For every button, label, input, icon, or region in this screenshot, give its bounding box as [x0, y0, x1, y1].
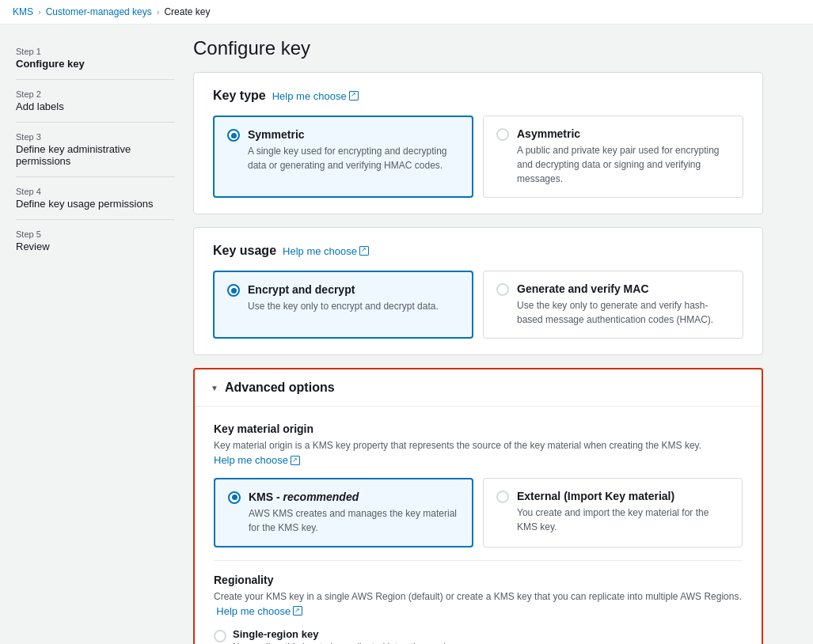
step-5-title: Review [16, 241, 174, 252]
breadcrumb-sep-2: › [157, 7, 160, 17]
step-3-label: Step 3 [16, 132, 174, 142]
page-wrapper: KMS › Customer-managed keys › Create key… [0, 0, 813, 644]
symmetric-desc: A single key used for encrypting and dec… [248, 144, 459, 172]
step-3-title: Define key administrative permissions [16, 143, 174, 167]
advanced-options-title: Advanced options [225, 381, 335, 395]
symmetric-radio[interactable] [227, 129, 240, 142]
step-1[interactable]: Step 1 Configure key [16, 37, 174, 80]
external-title: External (Import Key material) [517, 490, 729, 502]
step-4-label: Step 4 [16, 187, 174, 196]
key-material-origin-ext-icon [291, 456, 300, 465]
key-usage-ext-icon [359, 246, 369, 256]
encrypt-decrypt-title: Encrypt and decrypt [248, 283, 439, 296]
key-material-origin-desc: Key material origin is a KMS key propert… [214, 438, 743, 468]
advanced-options-header[interactable]: ▼ Advanced options [195, 369, 762, 407]
key-material-origin-help-link[interactable]: Help me choose [214, 453, 300, 468]
symmetric-option[interactable]: Symmetric A single key used for encrypti… [213, 116, 473, 198]
key-type-card: Key type Help me choose Symmetric A sing… [193, 72, 763, 214]
main-layout: Step 1 Configure key Step 2 Add labels S… [0, 25, 813, 644]
kms-recommended-desc: AWS KMS creates and manages the key mate… [249, 506, 459, 535]
encrypt-decrypt-radio[interactable] [227, 284, 240, 297]
generate-verify-mac-option[interactable]: Generate and verify MAC Use the key only… [483, 271, 743, 339]
page-title: Configure key [193, 37, 763, 59]
kms-recommended-option[interactable]: KMS - recommended AWS KMS creates and ma… [214, 478, 473, 547]
single-region-title: Single-region key [233, 628, 461, 640]
key-material-origin-title: Key material origin [214, 422, 743, 435]
key-material-origin-options: KMS - recommended AWS KMS creates and ma… [214, 478, 743, 547]
key-type-options: Symmetric A single key used for encrypti… [213, 116, 743, 198]
asymmetric-desc: A public and private key pair used for e… [517, 143, 730, 186]
key-usage-card: Key usage Help me choose Encrypt and dec… [193, 227, 763, 355]
key-type-label: Key type [213, 89, 266, 103]
generate-verify-mac-title: Generate and verify MAC [517, 282, 730, 295]
encrypt-decrypt-option[interactable]: Encrypt and decrypt Use the key only to … [213, 271, 473, 339]
asymmetric-title: Asymmetric [517, 127, 730, 140]
regionality-title: Regionality [214, 574, 743, 586]
step-2-label: Step 2 [16, 89, 174, 99]
subsection-divider [214, 560, 743, 561]
breadcrumb-sep-1: › [38, 7, 41, 17]
encrypt-decrypt-desc: Use the key only to encrypt and decrypt … [248, 299, 439, 313]
step-3[interactable]: Step 3 Define key administrative permiss… [16, 123, 174, 177]
external-option[interactable]: External (Import Key material) You creat… [483, 478, 743, 547]
breadcrumb-customer-managed-keys[interactable]: Customer-managed keys [46, 6, 152, 17]
advanced-options-section: ▼ Advanced options Key material origin K… [193, 368, 763, 644]
regionality-desc: Create your KMS key in a single AWS Regi… [214, 589, 743, 619]
key-usage-label: Key usage [213, 244, 276, 258]
step-1-title: Configure key [16, 58, 174, 70]
single-region-option[interactable]: Single-region key Never allow this key t… [214, 628, 743, 644]
step-2-title: Add labels [16, 100, 174, 112]
regionality-ext-icon [293, 606, 302, 616]
kms-recommended-radio[interactable] [228, 491, 241, 504]
breadcrumb-kms[interactable]: KMS [13, 6, 33, 17]
generate-verify-mac-radio[interactable] [496, 283, 509, 296]
generate-verify-mac-desc: Use the key only to generate and verify … [517, 298, 730, 327]
asymmetric-option[interactable]: Asymmetric A public and private key pair… [483, 116, 743, 198]
external-desc: You create and import the key material f… [517, 506, 729, 534]
step-5[interactable]: Step 5 Review [16, 220, 174, 262]
symmetric-title: Symmetric [248, 128, 459, 141]
key-usage-section-title: Key usage Help me choose [213, 244, 743, 258]
external-radio[interactable] [496, 491, 509, 503]
advanced-options-body: Key material origin Key material origin … [195, 407, 762, 644]
step-4[interactable]: Step 4 Define key usage permissions [16, 177, 174, 220]
key-type-section-title: Key type Help me choose [213, 89, 743, 103]
step-4-title: Define key usage permissions [16, 198, 174, 210]
breadcrumb: KMS › Customer-managed keys › Create key [0, 0, 813, 25]
key-type-ext-icon [349, 91, 359, 100]
step-5-label: Step 5 [16, 229, 174, 239]
key-usage-help-link[interactable]: Help me choose [283, 245, 369, 257]
step-1-label: Step 1 [16, 47, 174, 56]
single-region-radio[interactable] [214, 630, 226, 642]
key-type-help-link[interactable]: Help me choose [272, 90, 359, 102]
kms-recommended-title: KMS - recommended [249, 491, 459, 503]
asymmetric-radio[interactable] [496, 128, 509, 141]
regionality-help-link[interactable]: Help me choose [216, 604, 302, 619]
key-usage-options: Encrypt and decrypt Use the key only to … [213, 271, 743, 339]
collapse-icon: ▼ [211, 384, 218, 392]
content-area: Configure key Key type Help me choose S [193, 37, 763, 644]
sidebar: Step 1 Configure key Step 2 Add labels S… [16, 37, 174, 644]
breadcrumb-current: Create key [164, 6, 210, 17]
step-2[interactable]: Step 2 Add labels [16, 80, 174, 123]
regionality-options: Single-region key Never allow this key t… [214, 628, 743, 644]
